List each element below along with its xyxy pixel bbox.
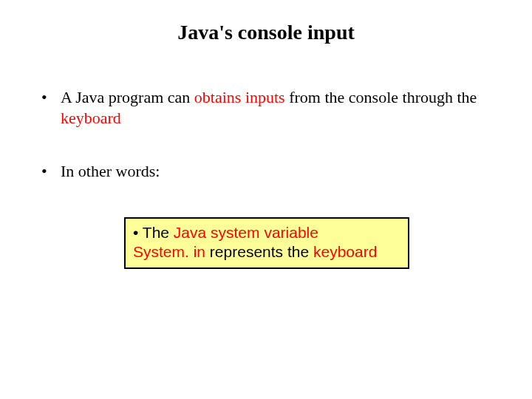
callout-line2-b: represents the xyxy=(205,243,313,260)
bullet1-text-pre: A Java program can xyxy=(61,88,194,106)
callout-line1-a: The xyxy=(138,224,173,241)
bullet2-text: In other words: xyxy=(61,162,160,180)
callout-container: • The Java system variable System. in re… xyxy=(40,217,502,268)
bullet1-text-mid: from the console through the xyxy=(285,88,477,106)
callout-line2-highlight-c: keyboard xyxy=(313,243,377,260)
callout-box: • The Java system variable System. in re… xyxy=(124,217,409,268)
callout-line2-highlight-a: System. in xyxy=(133,243,205,260)
bullet-item-2: In other words: xyxy=(40,161,502,182)
slide-title: Java's console input xyxy=(0,21,532,44)
slide-body: A Java program can obtains inputs from t… xyxy=(0,87,532,269)
bullet1-highlight-1: obtains inputs xyxy=(194,88,285,106)
callout-line1-highlight: Java system variable xyxy=(174,224,318,241)
bullet-item-1: A Java program can obtains inputs from t… xyxy=(40,87,502,129)
slide: Java's console input A Java program can … xyxy=(0,0,532,399)
bullet1-highlight-2: keyboard xyxy=(61,109,121,127)
bullet-list: A Java program can obtains inputs from t… xyxy=(40,87,502,182)
